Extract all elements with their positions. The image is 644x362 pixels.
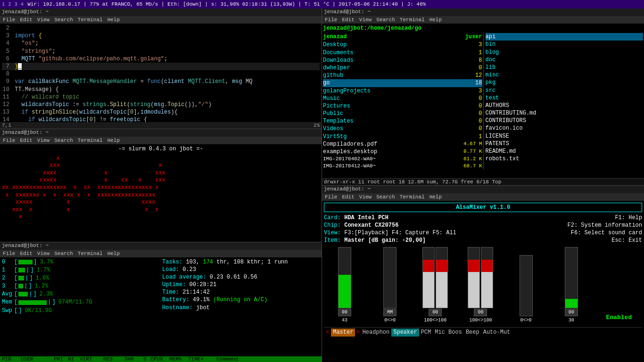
menu-terminal[interactable]: Terminal (78, 138, 103, 143)
code-line: 13 if stringInSlice(wildcardsTopic[0],id… (2, 108, 320, 116)
fm-right-item[interactable]: doc (486, 56, 644, 64)
fm-right-item[interactable]: robots.txt (486, 155, 644, 163)
htop-table-header: PID USER PRI NI VIRT RES SHR S CPU% MEM%… (0, 356, 322, 362)
alsa-tab-speaker[interactable]: Speaker (391, 329, 419, 336)
menu-view[interactable]: View (37, 251, 50, 256)
term4-content[interactable]: jenazad@jbot:/home/jenazad/go jenazad ju… (322, 24, 644, 178)
alsa-tab-arrow[interactable]: > (355, 329, 360, 336)
alsa-tab-master[interactable]: < (324, 329, 331, 336)
fm-item[interactable]: dwhelper0 (323, 64, 482, 72)
term3-content[interactable]: 0 [ ] 3.7% 1 [ | ] 1.7% (0, 257, 322, 356)
menu-search[interactable]: Search (376, 17, 395, 23)
fm-item[interactable]: IMG-20170402-WA0~61.2 K (323, 156, 482, 163)
alsa-channel-micboost: 0<>0 (512, 255, 540, 324)
alsa-tab-master-label[interactable]: Master (331, 329, 355, 336)
menu-file[interactable]: File (3, 138, 15, 143)
menu-file[interactable]: File (325, 194, 337, 200)
fm-right-item[interactable]: lib (486, 64, 644, 71)
fm-right-item[interactable]: LICENSE (486, 132, 644, 140)
fm-right-item[interactable]: test (486, 94, 644, 102)
alsa-fader-area: 00 43 MM 0<>0 (324, 245, 642, 325)
alsa-channel-automute: Enabled (603, 313, 636, 324)
fm-right-item[interactable]: favicon.ico (486, 124, 644, 132)
alsa-tab-headphon[interactable]: Headphon (361, 329, 392, 336)
alsa-channel-beep: 00 30 (557, 247, 586, 323)
status-bar: 1 2 3 4 Wir: 192.168.0.17 | 77% at FRANC… (0, 0, 644, 8)
code-line: 4 "os"; (2, 40, 320, 47)
alsa-card: Card: HDA Intel PCH (324, 214, 456, 222)
fm-item[interactable]: Compiladores.pdf4.67 M (323, 140, 482, 148)
alsa-tab-beep[interactable]: Beep (464, 329, 481, 336)
right-panel: jenazad@jbot: ~ File Edit View Search Te… (322, 8, 644, 362)
cpu3-bar: 3 [ | ] 1.2% (2, 282, 157, 290)
term4-titlebar: jenazad@jbot: ~ (322, 8, 644, 16)
fm-right-item[interactable]: CONTRIBUTORS (486, 117, 644, 124)
menu-terminal[interactable]: Terminal (78, 17, 103, 23)
fm-right-item[interactable]: AUTHORS (486, 102, 644, 109)
fm-item[interactable]: Documents1 (323, 49, 482, 57)
fm-item[interactable]: Pictures0 (323, 102, 482, 110)
slurm-title: -= slurm 0.4.3 on jbot =- (2, 145, 320, 153)
term2-content[interactable]: -= slurm 0.4.3 on jbot =- x xxx x xxxx x… (0, 144, 322, 242)
fm-right-item[interactable]: CONTRIBUTING.md (486, 109, 644, 117)
fm-right-item[interactable]: README.md (486, 148, 644, 155)
menu-search[interactable]: Search (376, 194, 395, 200)
fm-left-user2: juser (465, 33, 482, 41)
term5-content[interactable]: AlsaMixer v1.1.0 Card: HDA Intel PCH Chi… (322, 201, 644, 362)
fm-right-item[interactable]: blog (486, 49, 644, 56)
menu-help[interactable]: Help (107, 251, 120, 256)
menu-help[interactable]: Help (429, 194, 442, 200)
fm-right-item[interactable]: src (486, 87, 644, 94)
menu-search[interactable]: Search (54, 17, 73, 23)
menu-view[interactable]: View (359, 17, 372, 23)
fm-item[interactable]: IMG-20170412-WA0~68.7 K (323, 163, 482, 170)
fm-right-item-selected[interactable]: api (486, 33, 644, 41)
menu-terminal[interactable]: Terminal (78, 251, 103, 256)
menu-edit[interactable]: Edit (20, 17, 32, 23)
menu-file[interactable]: File (3, 17, 15, 23)
menu-view[interactable]: View (359, 194, 372, 200)
menu-help[interactable]: Help (429, 17, 442, 23)
menu-edit[interactable]: Edit (20, 138, 32, 143)
fm-item[interactable]: Downloads8 (323, 57, 482, 64)
alsa-tab-automut[interactable]: Auto-Mut (481, 329, 512, 336)
fm-item[interactable]: Public0 (323, 110, 482, 117)
menu-edit[interactable]: Edit (20, 251, 32, 256)
fm-item[interactable]: Desktop3 (323, 41, 482, 49)
term1-content[interactable]: 2 3 import { 4 "os"; 5 "strings"; 6 MQTT… (0, 24, 322, 122)
menu-edit[interactable]: Edit (342, 17, 354, 23)
battery-stat: Battery: 49.1% (Running on A/C) (162, 296, 320, 304)
left-panel: jenazad@jbot: ~ File Edit View Search Te… (0, 8, 322, 362)
fm-right-item[interactable]: pkg (486, 79, 644, 86)
fm-item[interactable]: Templates0 (323, 117, 482, 125)
menu-help[interactable]: Help (107, 17, 120, 23)
menu-file[interactable]: File (325, 17, 337, 23)
alsa-f6: F6: Select sound card (568, 229, 642, 237)
menu-terminal[interactable]: Terminal (400, 194, 425, 200)
menu-terminal[interactable]: Terminal (400, 17, 425, 23)
fm-item[interactable]: VirtStg1 (323, 133, 482, 140)
menu-help[interactable]: Help (107, 138, 120, 143)
menu-file[interactable]: File (3, 251, 15, 256)
fm-item-selected[interactable]: go18 (323, 79, 482, 87)
alsa-tab-micboos[interactable]: Mic Boos (433, 329, 464, 336)
fm-right-item[interactable]: bin (486, 41, 644, 48)
terminal-alsamixer: jenazad@jbot: ~ File Edit View Search Te… (322, 186, 644, 362)
term5-menubar: File Edit View Search Terminal Help (322, 193, 644, 201)
fm-item[interactable]: Music0 (323, 95, 482, 102)
alsa-tab-pcm[interactable]: PCM (419, 329, 433, 336)
menu-edit[interactable]: Edit (342, 194, 354, 200)
menu-view[interactable]: View (37, 17, 50, 23)
tab-indicators[interactable]: 1 2 3 4 (2, 1, 24, 7)
code-line: 14 if wildcardsTopic[0] != freetopic { (2, 116, 320, 122)
fm-item[interactable]: github12 (323, 72, 482, 79)
menu-search[interactable]: Search (54, 251, 73, 256)
fm-right-item[interactable]: misc (486, 71, 644, 79)
menu-search[interactable]: Search (54, 138, 73, 143)
fm-item[interactable]: Videos0 (323, 125, 482, 132)
fm-item[interactable]: examples.desktop8.77 K (323, 148, 482, 156)
status-text: Wir: 192.168.0.17 | 77% at FRANCO, 65 Mb… (27, 1, 426, 7)
fm-item[interactable]: golangProjects3 (323, 87, 482, 95)
fm-right-item[interactable]: PATENTS (486, 140, 644, 148)
menu-view[interactable]: View (37, 138, 50, 143)
